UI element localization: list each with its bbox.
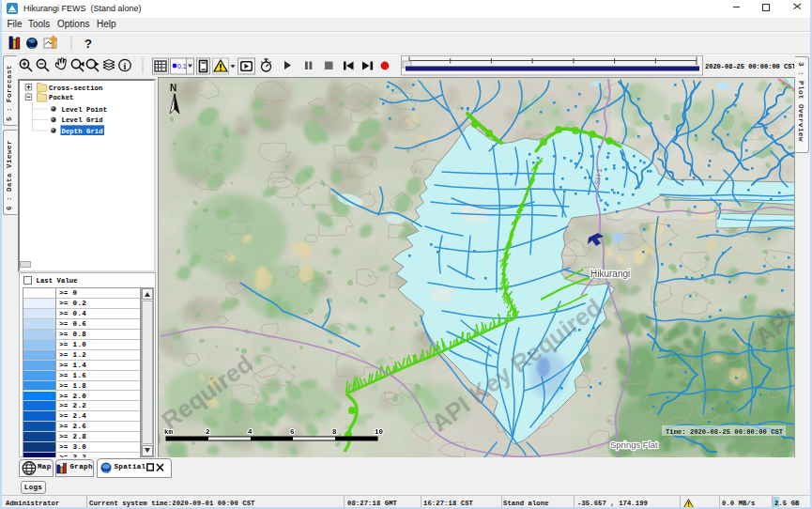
- svg-text:2020-08-25 00:00:00 CST: 2020-08-25 00:00:00 CST: [705, 63, 794, 70]
- svg-text:6: 6: [290, 428, 295, 436]
- svg-text:Hikurangi: Hikurangi: [590, 269, 630, 279]
- svg-text:Springs Flat: Springs Flat: [610, 440, 658, 450]
- svg-text:8: 8: [332, 428, 337, 436]
- svg-text:i: i: [124, 61, 127, 71]
- svg-text:4: 4: [248, 428, 253, 436]
- svg-text:Time: 2020-08-25 00:00:00 CST: Time: 2020-08-25 00:00:00 CST: [666, 428, 784, 436]
- svg-text:0.1: 0.1: [177, 63, 187, 69]
- svg-text:2: 2: [206, 428, 210, 436]
- svg-text:10: 10: [375, 428, 384, 436]
- svg-text:N: N: [170, 83, 176, 93]
- svg-text:km: km: [164, 428, 174, 436]
- svg-text:?: ?: [84, 37, 92, 51]
